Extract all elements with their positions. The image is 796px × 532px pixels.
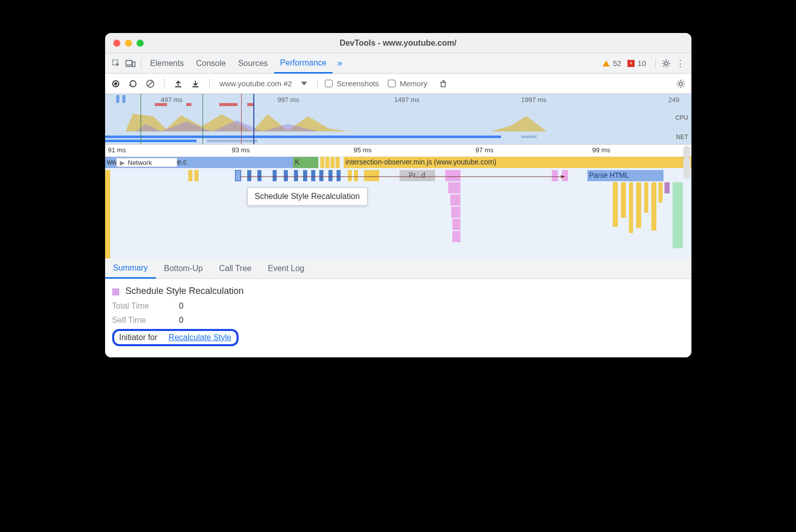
record-button[interactable] [109, 77, 122, 90]
selection-handle-left[interactable] [116, 95, 119, 103]
inspect-icon[interactable] [109, 56, 123, 71]
devtools-window: DevTools - www.youtube.com/ Elements Con… [105, 33, 691, 357]
recording-select[interactable]: www.youtube.com #2 [217, 79, 311, 88]
tab-summary[interactable]: Summary [105, 258, 156, 279]
upload-button[interactable] [172, 77, 185, 90]
titlebar: DevTools - www.youtube.com/ [105, 33, 691, 53]
initiator-link[interactable]: Recalculate Style [169, 333, 231, 342]
flame-block[interactable]: intersection-observer.min.js (www.youtub… [344, 157, 691, 168]
tab-performance[interactable]: Performance [274, 53, 333, 74]
tab-elements[interactable]: Elements [144, 53, 190, 74]
screenshots-label: Screenshots [337, 79, 379, 88]
svg-line-6 [148, 81, 153, 86]
flame-block-parse-html[interactable]: Parse HTML [587, 170, 664, 181]
timeline-overview[interactable]: 497 ms 997 ms 1497 ms 1997 ms 249 CPU NE… [105, 94, 691, 145]
screenshots-checkbox[interactable] [325, 80, 333, 87]
tab-console[interactable]: Console [190, 53, 232, 74]
warnings-count[interactable]: 52 [603, 59, 621, 68]
settings-icon[interactable] [659, 56, 673, 71]
total-time-row: Total Time 0 [112, 302, 684, 311]
detail-tabs: Summary Bottom-Up Call Tree Event Log [105, 258, 691, 279]
flame-block[interactable]: K [293, 157, 302, 168]
device-toolbar-icon[interactable] [123, 56, 138, 71]
svg-point-4 [665, 62, 668, 65]
time-ruler[interactable]: 91 ms 93 ms 95 ms 97 ms 99 ms [105, 145, 691, 157]
download-button[interactable] [189, 77, 202, 90]
window-title: DevTools - www.youtube.com/ [105, 39, 691, 48]
errors-count[interactable]: × 10 [627, 59, 646, 68]
event-title: Schedule Style Recalculation [112, 286, 684, 296]
more-tabs-icon[interactable]: » [333, 56, 347, 71]
flame-chart[interactable]: ww com/ (www.youtube.c ▶Network K inters… [105, 157, 691, 258]
self-time-row: Self Time 0 [112, 316, 684, 325]
network-track-toggle[interactable]: ▶Network [116, 158, 177, 167]
selection-handle-right[interactable] [122, 95, 125, 103]
kebab-menu-icon[interactable]: ⋮ [673, 56, 687, 71]
tab-sources[interactable]: Sources [232, 53, 274, 74]
initiator-highlight: Initiator for Recalculate Style [112, 329, 239, 346]
performance-toolbar: www.youtube.com #2 Screenshots Memory [105, 74, 691, 94]
initiator-label: Initiator for [119, 333, 158, 342]
summary-panel: Schedule Style Recalculation Total Time … [105, 279, 691, 357]
gc-button[interactable] [437, 77, 450, 90]
cpu-chart [105, 111, 691, 132]
error-icon: × [627, 60, 635, 67]
panel-tabs: Elements Console Sources Performance » 5… [105, 53, 691, 74]
initiator-arrow [240, 175, 570, 180]
clear-button[interactable] [144, 77, 157, 90]
reload-record-button[interactable] [126, 77, 140, 90]
memory-checkbox[interactable] [388, 80, 395, 87]
tab-bottom-up[interactable]: Bottom-Up [156, 258, 211, 278]
tab-event-log[interactable]: Event Log [259, 258, 312, 278]
tooltip: Schedule Style Recalculation [247, 187, 368, 206]
tab-call-tree[interactable]: Call Tree [211, 258, 259, 278]
svg-point-9 [679, 82, 682, 85]
memory-label: Memory [400, 79, 427, 88]
flame-scrollbar[interactable] [683, 157, 690, 179]
capture-settings-icon[interactable] [674, 77, 687, 90]
svg-rect-2 [132, 62, 135, 66]
svg-rect-7 [441, 82, 445, 87]
event-color-swatch [112, 288, 119, 295]
svg-rect-1 [126, 60, 132, 65]
chevron-down-icon [301, 82, 307, 85]
warning-icon [603, 60, 610, 66]
net-label: NET [676, 134, 688, 141]
